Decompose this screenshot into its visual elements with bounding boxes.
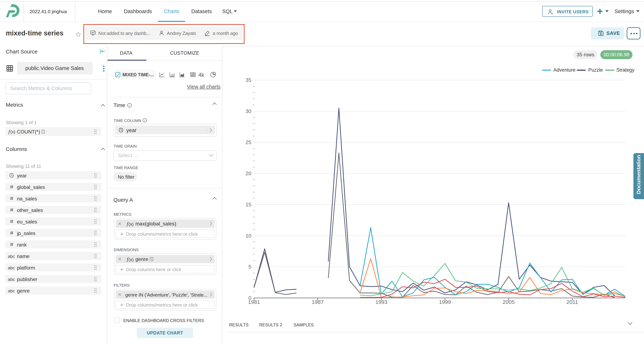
svg-text:30: 30 [246,108,251,114]
svg-text:5: 5 [248,264,251,270]
svg-text:1981: 1981 [248,299,260,305]
svg-text:1987: 1987 [312,299,324,305]
svg-text:20: 20 [246,171,251,176]
svg-text:1993: 1993 [376,299,388,305]
svg-text:2005: 2005 [503,299,515,305]
svg-text:1999: 1999 [439,299,451,305]
svg-text:10: 10 [246,233,251,239]
svg-text:15: 15 [246,202,251,207]
svg-text:25: 25 [246,139,251,145]
svg-text:2011: 2011 [566,299,578,305]
svg-text:35: 35 [246,77,251,83]
